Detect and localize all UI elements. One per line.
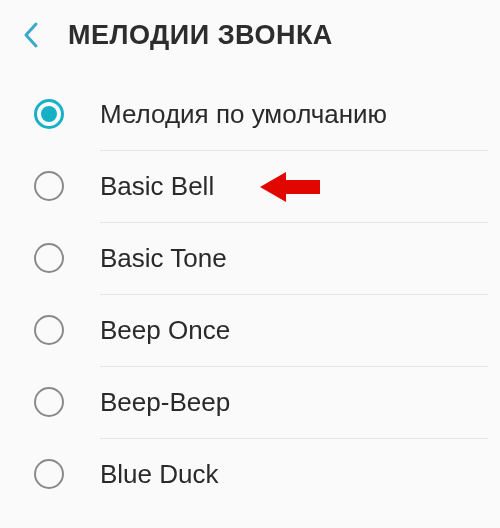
ringtone-label: Beep Once xyxy=(100,315,230,346)
header-bar: МЕЛОДИИ ЗВОНКА xyxy=(0,0,500,70)
radio-icon xyxy=(34,171,64,201)
ringtone-label: Basic Tone xyxy=(100,243,227,274)
ringtone-label: Basic Bell xyxy=(100,171,214,202)
ringtone-item-beep-once[interactable]: Beep Once xyxy=(0,294,500,366)
ringtone-picker-screen: МЕЛОДИИ ЗВОНКА Мелодия по умолчанию Basi… xyxy=(0,0,500,528)
ringtone-label: Мелодия по умолчанию xyxy=(100,99,387,130)
radio-icon xyxy=(34,387,64,417)
ringtone-label: Blue Duck xyxy=(100,459,219,490)
radio-icon xyxy=(34,243,64,273)
svg-marker-0 xyxy=(260,172,320,202)
ringtone-item-basic-bell[interactable]: Basic Bell xyxy=(0,150,500,222)
chevron-left-icon xyxy=(22,21,40,49)
pointer-arrow-icon xyxy=(260,170,320,204)
ringtone-list: Мелодия по умолчанию Basic Bell Basic To… xyxy=(0,70,500,510)
ringtone-item-default[interactable]: Мелодия по умолчанию xyxy=(0,78,500,150)
ringtone-label: Beep-Beep xyxy=(100,387,230,418)
screen-title: МЕЛОДИИ ЗВОНКА xyxy=(68,20,333,51)
back-button[interactable] xyxy=(14,18,48,52)
radio-icon xyxy=(34,315,64,345)
ringtone-item-basic-tone[interactable]: Basic Tone xyxy=(0,222,500,294)
radio-icon xyxy=(34,459,64,489)
ringtone-item-beep-beep[interactable]: Beep-Beep xyxy=(0,366,500,438)
ringtone-item-blue-duck[interactable]: Blue Duck xyxy=(0,438,500,510)
radio-icon xyxy=(34,99,64,129)
